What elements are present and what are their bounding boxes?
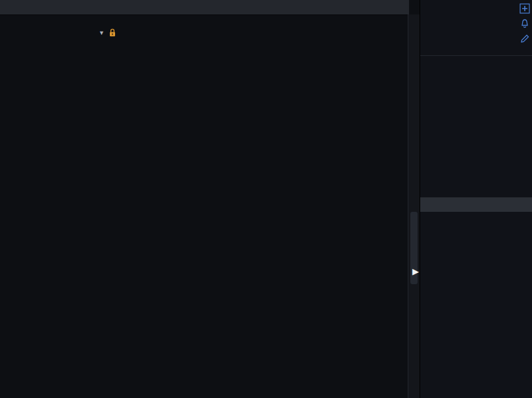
ma-line-1: ▼: [3, 27, 420, 38]
edit-pencil-icon[interactable]: [520, 34, 530, 44]
panel-icon-column: [520, 3, 531, 44]
chevron-down-icon[interactable]: ▼: [99, 30, 105, 36]
ma-line-2: [3, 38, 420, 50]
add-to-watchlist-icon[interactable]: [520, 3, 530, 14]
trading-terminal: ▼ ▶: [0, 0, 532, 398]
divider: [420, 55, 532, 56]
panel-expand-arrow-icon[interactable]: ▶: [412, 266, 423, 277]
panel-gutter: [408, 14, 420, 398]
tape-header: [420, 197, 532, 212]
chart-info-line: [3, 16, 420, 27]
tape-list: [420, 212, 532, 398]
quote-panel: [420, 0, 532, 398]
lock-icon: [109, 28, 116, 37]
toolbar: [0, 0, 409, 15]
candlestick-chart[interactable]: [0, 51, 408, 398]
alert-bell-icon[interactable]: [520, 18, 530, 29]
date-range-selector[interactable]: ▼: [95, 28, 116, 37]
